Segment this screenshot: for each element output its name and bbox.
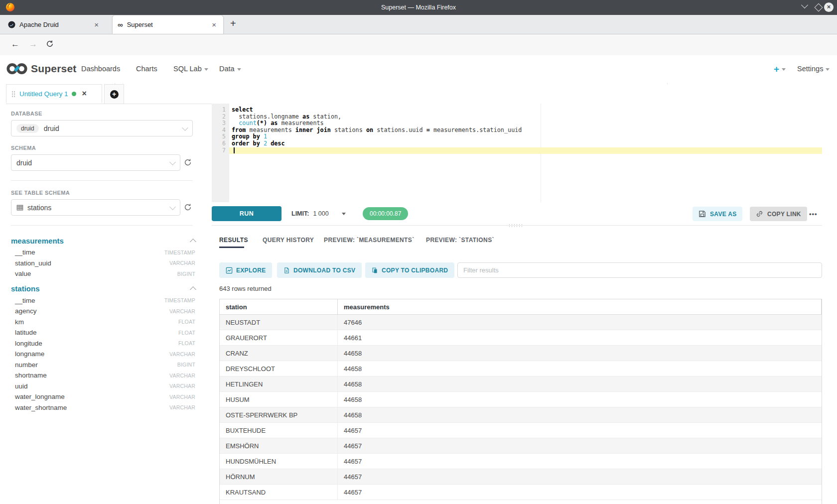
filter-results-input[interactable]	[457, 262, 822, 278]
tab-close-icon[interactable]: ×	[92, 20, 101, 29]
code-line: select	[229, 107, 822, 114]
nav-item-charts[interactable]: Charts	[136, 65, 157, 73]
window-close-button[interactable]: ×	[824, 2, 834, 12]
nav-item-data[interactable]: Data	[219, 65, 241, 73]
add-query-tab-button[interactable]: +	[104, 84, 124, 104]
table-row: GRAUERORT44661	[220, 330, 822, 346]
collapse-chevron-icon[interactable]	[190, 286, 196, 293]
browser-tabstrip: Apache Druid × ∞ Superset × +	[0, 15, 837, 34]
schema-select[interactable]: druid	[11, 154, 180, 171]
copy-clipboard-button[interactable]: COPY TO CLIPBOARD	[365, 262, 454, 278]
table-cell: HUSUM	[220, 392, 338, 407]
query-tab[interactable]: Untitled Query 1 ×	[6, 84, 102, 103]
settings-menu[interactable]: Settings	[797, 65, 830, 73]
results-table: stationmeasurementsNEUSTADT47646GRAUEROR…	[219, 299, 822, 504]
table-select-value: stations	[27, 204, 51, 212]
pane-resize-handle[interactable]	[508, 224, 523, 227]
table-cell: EMSHÖRN	[220, 438, 338, 453]
database-select[interactable]: druid druid	[11, 120, 193, 136]
code-token	[232, 120, 239, 126]
table-header-cell[interactable]: measurements	[338, 299, 822, 314]
superset-logo[interactable]	[6, 62, 28, 77]
table-schema-header[interactable]: stations	[11, 282, 195, 295]
database-select-value: druid	[44, 125, 59, 132]
active-tab-underline	[219, 247, 244, 248]
gutter-line-number: 3	[212, 120, 229, 127]
schema-label: SCHEMA	[11, 145, 36, 151]
back-button[interactable]: ←	[11, 39, 19, 49]
code-token: group by	[232, 133, 260, 140]
table-cell: 44658	[338, 392, 822, 407]
new-tab-button[interactable]: +	[230, 18, 236, 29]
limit-dropdown[interactable]: LIMIT: 1 000	[291, 206, 346, 221]
table-schema-header[interactable]: measurements	[11, 234, 195, 247]
browser-tab-druid[interactable]: Apache Druid ×	[4, 15, 105, 34]
table-cell: 44657	[338, 454, 822, 469]
explore-button[interactable]: EXPLORE	[219, 262, 272, 278]
column-type: VARCHAR	[169, 260, 195, 266]
forward-button[interactable]: →	[29, 39, 37, 49]
nav-item-sql-lab[interactable]: SQL Lab	[173, 65, 208, 73]
code-token: stations.longname	[232, 113, 302, 120]
window-maximize-button[interactable]	[816, 4, 822, 10]
table-row: OSTE-SPERRWERK BP44658	[220, 407, 822, 423]
save-as-button[interactable]: SAVE AS	[693, 207, 742, 221]
query-tab-close-icon[interactable]: ×	[82, 89, 87, 98]
code-token: measurements.station_uuid	[430, 126, 522, 133]
table-cell: 47646	[338, 315, 822, 330]
column-name: agency	[15, 307, 37, 315]
code-token: inner join	[295, 126, 331, 133]
schema-select-value: druid	[16, 159, 32, 167]
schema-column-row: kmFLOAT	[11, 317, 195, 328]
chevron-down-icon	[169, 204, 176, 210]
refresh-schemas-icon[interactable]	[184, 158, 192, 168]
table-row: HÖRNUM44657	[220, 469, 822, 485]
new-item-button[interactable]: +	[774, 64, 786, 75]
collapse-chevron-icon[interactable]	[190, 239, 196, 245]
drag-handle-icon[interactable]	[11, 91, 15, 97]
limit-value: 1 000	[313, 210, 328, 217]
superset-brand[interactable]: Superset	[31, 63, 76, 75]
table-cell: KRAUTSAND	[220, 485, 338, 500]
run-button[interactable]: RUN	[212, 206, 281, 221]
code-token: 1	[264, 133, 267, 140]
copy-link-button[interactable]: COPY LINK	[750, 207, 807, 221]
code-line: stations.longname as station,	[229, 114, 822, 121]
table-cell: DREYSCHLOOT	[220, 361, 338, 376]
column-type: TIMESTAMP	[164, 250, 195, 255]
tab-preview-measurements[interactable]: PREVIEW: `MEASUREMENTS`	[324, 237, 415, 244]
chevron-down-icon	[237, 68, 241, 71]
table-row: NEUSTADT47646	[220, 315, 822, 330]
code-token: 2	[264, 140, 267, 147]
editor-code[interactable]: select stations.longname as station, cou…	[229, 104, 822, 202]
tab-preview-stations[interactable]: PREVIEW: `STATIONS`	[426, 237, 494, 244]
table-select[interactable]: stations	[11, 199, 180, 216]
table-schema-list: measurements__timeTIMESTAMPstation_uuidV…	[11, 231, 195, 413]
gutter-line-number: 5	[212, 133, 229, 140]
more-actions-button[interactable]: •••	[809, 207, 818, 221]
gutter-line-number: 1	[212, 107, 229, 114]
browser-tab-superset[interactable]: ∞ Superset ×	[112, 15, 224, 34]
reload-button[interactable]	[46, 40, 54, 50]
schema-column-row: latitudeFLOAT	[11, 327, 195, 338]
column-name: number	[15, 361, 38, 369]
schema-column-row: valueBIGINT	[11, 268, 195, 279]
refresh-tables-icon[interactable]	[184, 203, 192, 213]
tab-close-icon[interactable]: ×	[210, 20, 218, 29]
superset-navbar: Superset Dashboards Charts SQL Lab Data …	[0, 55, 837, 83]
schema-column-row: water_shortnameVARCHAR	[11, 402, 195, 413]
window-close-icon: ×	[824, 2, 834, 12]
superset-favicon-icon: ∞	[118, 20, 123, 29]
tab-results[interactable]: RESULTS	[219, 237, 248, 244]
sql-editor[interactable]: 1234567 select stations.longname as stat…	[212, 104, 822, 202]
table-header-cell[interactable]: station	[220, 299, 338, 314]
table-cell: 44661	[338, 330, 822, 345]
download-csv-button[interactable]: DOWNLOAD TO CSV	[277, 262, 362, 278]
table-cell: 44657	[338, 469, 822, 484]
code-token: desc	[271, 140, 284, 147]
tab-query-history[interactable]: QUERY HISTORY	[263, 237, 314, 244]
nav-item-dashboards[interactable]: Dashboards	[81, 65, 120, 73]
code-token	[260, 140, 264, 147]
window-minimize-button[interactable]	[802, 4, 807, 7]
table-cell: BUXTEHUDE	[220, 423, 338, 438]
